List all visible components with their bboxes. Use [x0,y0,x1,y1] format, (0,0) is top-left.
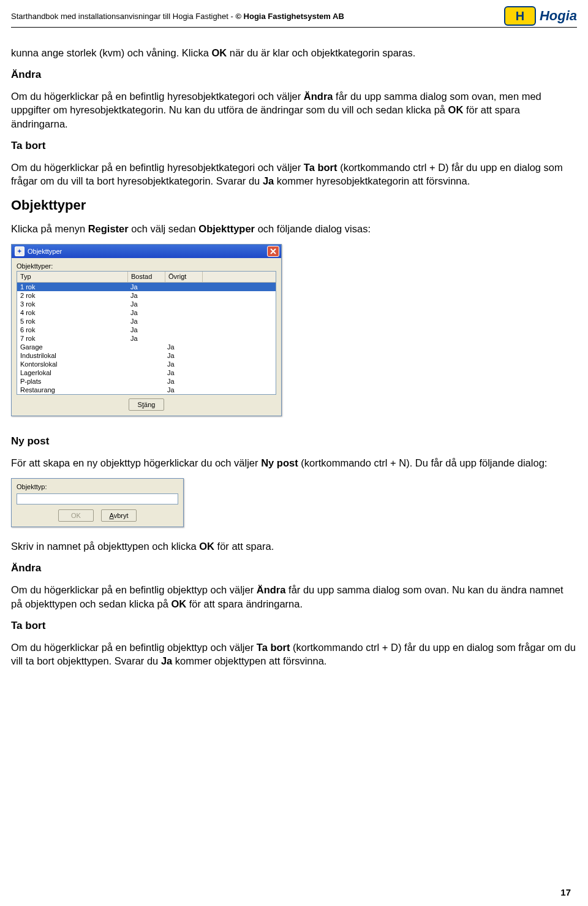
paragraph: Skriv in namnet på objekttypen och klick… [11,539,577,553]
dialog-objekttyper: ✦ Objekttyper Objekttyper: Typ Bostad Öv… [11,244,282,416]
heading-andra: Ändra [11,68,577,82]
table-row[interactable]: RestaurangJa [17,386,276,394]
heading-ta-bort: Ta bort [11,619,577,633]
table-row[interactable]: LagerlokalJa [17,368,276,377]
hogia-logo-icon: H [504,6,536,26]
heading-ny-post: Ny post [11,435,577,449]
input-label: Objekttyp: [17,482,178,492]
heading-andra: Ändra [11,561,577,576]
list-header[interactable]: Typ Bostad Övrigt [17,272,276,283]
page-number: 17 [560,887,571,897]
table-row[interactable]: 7 rokJa [17,334,276,343]
table-row[interactable]: 3 rokJa [17,300,276,308]
table-row[interactable]: 6 rokJa [17,325,276,334]
dialog-titlebar[interactable]: ✦ Objekttyper [12,245,281,258]
paragraph: För att skapa en ny objekttyp högerklick… [11,456,577,470]
table-row[interactable]: P-platsJa [17,377,276,386]
table-row[interactable]: KontorslokalJa [17,360,276,368]
table-row[interactable]: 2 rokJa [17,291,276,300]
app-icon: ✦ [15,246,24,256]
table-row[interactable]: 1 rokJa [17,283,276,291]
table-row[interactable]: GarageJa [17,343,276,351]
stang-button[interactable]: Stäng [129,398,164,411]
objekttyper-list[interactable]: Typ Bostad Övrigt 1 rokJa2 rokJa3 rokJa4… [17,271,276,395]
col-typ[interactable]: Typ [17,272,128,282]
dialog-objekttyp: Objekttyp: OK Avbryt [11,478,184,527]
heading-ta-bort: Ta bort [11,139,577,153]
list-label: Objekttyper: [17,262,276,271]
paragraph: Om du högerklickar på en befintlig objek… [11,583,577,611]
doc-header-text-1: Starthandbok med installationsanvisninga… [11,12,235,21]
dialog-title: Objekttyper [28,247,62,256]
heading-objekttyper: Objekttyper [11,196,577,215]
table-row[interactable]: 5 rokJa [17,317,276,325]
ok-button[interactable]: OK [58,509,94,522]
paragraph: Klicka på menyn Register och välj sedan … [11,222,577,235]
close-button[interactable] [267,246,279,257]
avbryt-button[interactable]: Avbryt [101,509,137,522]
table-row[interactable]: 4 rokJa [17,308,276,317]
col-bostad[interactable]: Bostad [128,272,165,282]
doc-header: Starthandbok med installationsanvisninga… [11,12,344,21]
paragraph: Om du högerklickar på en befintlig hyres… [11,161,577,188]
objekttyp-input[interactable] [17,493,178,504]
doc-header-text-2: © Hogia Fastighetsystem AB [235,12,344,21]
hogia-logo: H Hogia [504,6,577,26]
col-ovrigt[interactable]: Övrigt [165,272,203,282]
hogia-logo-text: Hogia [540,8,577,24]
header-divider [11,27,577,28]
paragraph: Om du högerklickar på en befintlig hyres… [11,89,577,131]
close-icon [270,248,276,254]
paragraph: Om du högerklickar på en befintlig objek… [11,641,577,668]
table-row[interactable]: IndustrilokalJa [17,351,276,360]
paragraph: kunna ange storlek (kvm) och våning. Kli… [11,46,577,59]
